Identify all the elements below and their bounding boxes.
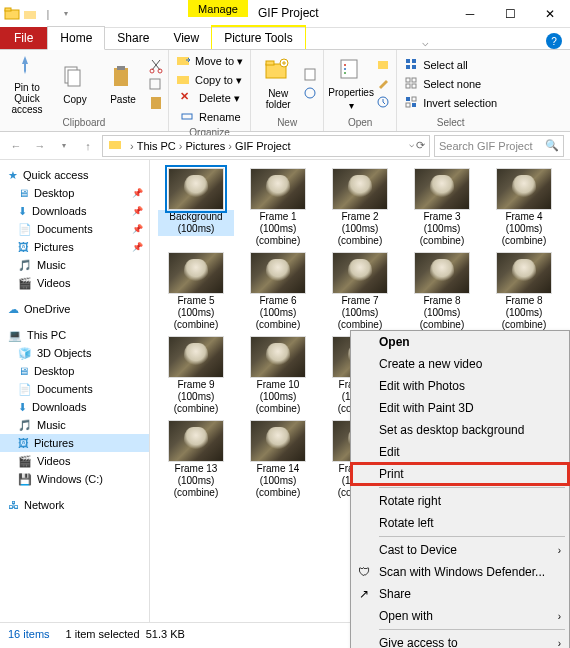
- help-icon[interactable]: ?: [546, 33, 562, 49]
- select-none-button[interactable]: Select none: [401, 75, 484, 93]
- pin-icon: 📌: [132, 242, 143, 252]
- nav-pictures[interactable]: 🖼Pictures📌: [0, 238, 149, 256]
- thumbnail-item[interactable]: Frame 10(100ms)(combine): [240, 336, 316, 416]
- cm-set-background[interactable]: Set as desktop background: [351, 419, 569, 441]
- nav-music[interactable]: 🎵Music: [0, 256, 149, 274]
- recent-dropdown[interactable]: ▾: [54, 136, 74, 156]
- refresh-icon[interactable]: ⟳: [416, 139, 425, 152]
- cm-give-access[interactable]: Give access to›: [351, 632, 569, 648]
- up-button[interactable]: ↑: [78, 136, 98, 156]
- breadcrumb-item[interactable]: Pictures: [185, 140, 225, 152]
- expand-ribbon-icon[interactable]: ⌵: [418, 36, 433, 49]
- moveto-button[interactable]: Move to ▾: [173, 52, 246, 70]
- nav-videos-pc[interactable]: 🎬Videos: [0, 452, 149, 470]
- minimize-button[interactable]: ─: [450, 0, 490, 28]
- copy-button[interactable]: Copy: [52, 53, 98, 115]
- copy-path-icon[interactable]: [148, 76, 164, 92]
- tab-share[interactable]: Share: [105, 27, 161, 49]
- cut-icon[interactable]: [148, 58, 164, 74]
- copyto-button[interactable]: Copy to ▾: [173, 71, 245, 89]
- history-icon[interactable]: [376, 95, 392, 111]
- nav-quick-access[interactable]: ★Quick access: [0, 166, 149, 184]
- new-item-icon[interactable]: [303, 67, 319, 83]
- invert-selection-button[interactable]: Invert selection: [401, 94, 500, 112]
- properties-icon: [337, 57, 365, 85]
- cm-rotate-left[interactable]: Rotate left: [351, 512, 569, 534]
- cm-open[interactable]: Open: [351, 331, 569, 353]
- nav-windowsc[interactable]: 💾Windows (C:): [0, 470, 149, 488]
- new-folder-button[interactable]: New folder: [255, 53, 301, 115]
- thumbnail-item[interactable]: Background(100ms): [158, 168, 234, 248]
- properties-button[interactable]: Properties ▾: [328, 53, 374, 115]
- cm-open-with[interactable]: Open with›: [351, 605, 569, 627]
- cm-edit-paint3d[interactable]: Edit with Paint 3D: [351, 397, 569, 419]
- cm-rotate-right[interactable]: Rotate right: [351, 490, 569, 512]
- cm-edit-photos[interactable]: Edit with Photos: [351, 375, 569, 397]
- maximize-button[interactable]: ☐: [490, 0, 530, 28]
- tab-picture-tools[interactable]: Picture Tools: [211, 25, 305, 49]
- breadcrumb-item[interactable]: GIF Project: [235, 140, 291, 152]
- nav-documents-pc[interactable]: 📄Documents: [0, 380, 149, 398]
- thumbnail-label: Frame 6(100ms)(combine): [240, 294, 316, 332]
- folder-small-icon[interactable]: [22, 6, 38, 22]
- thumbnail-item[interactable]: Frame 8 (100ms)(combine): [486, 252, 562, 332]
- easy-access-icon[interactable]: [303, 86, 319, 102]
- nav-desktop[interactable]: 🖥Desktop📌: [0, 184, 149, 202]
- nav-desktop-pc[interactable]: 🖥Desktop: [0, 362, 149, 380]
- select-all-button[interactable]: Select all: [401, 56, 471, 74]
- nav-onedrive[interactable]: ☁OneDrive: [0, 300, 149, 318]
- thumbnail-item[interactable]: Frame 3 (100ms)(combine): [404, 168, 480, 248]
- nav-music-pc[interactable]: 🎵Music: [0, 416, 149, 434]
- thumbnail-label: Frame 3 (100ms)(combine): [404, 210, 480, 248]
- back-button[interactable]: ←: [6, 136, 26, 156]
- ribbon-group-organize: Move to ▾ Copy to ▾ ✕Delete ▾ Rename Org…: [169, 50, 251, 131]
- thumbnail-item[interactable]: Frame 13(100ms)(combine): [158, 420, 234, 500]
- nav-downloads[interactable]: ⬇Downloads📌: [0, 202, 149, 220]
- breadcrumb[interactable]: › This PC › Pictures › GIF Project ⌵ ⟳: [102, 135, 430, 157]
- cloud-icon: ☁: [8, 303, 19, 316]
- cm-print[interactable]: Print: [351, 463, 569, 485]
- thumbnail-item[interactable]: Frame 2(100ms)(combine): [322, 168, 398, 248]
- tab-view[interactable]: View: [161, 27, 211, 49]
- nav-pictures-pc[interactable]: 🖼Pictures: [0, 434, 149, 452]
- search-input[interactable]: Search GIF Project 🔍: [434, 135, 564, 157]
- cm-edit[interactable]: Edit: [351, 441, 569, 463]
- cm-cast[interactable]: Cast to Device›: [351, 539, 569, 561]
- dropdown-icon[interactable]: ▾: [58, 6, 74, 22]
- quick-access-toolbar: | ▾: [0, 6, 74, 22]
- thumbnail-item[interactable]: Frame 4 (100ms)(combine): [486, 168, 562, 248]
- thumbnail-item[interactable]: Frame 7(100ms)(combine): [322, 252, 398, 332]
- tab-file[interactable]: File: [0, 27, 47, 49]
- thumbnail-label: Background(100ms): [158, 210, 234, 236]
- pin-quick-access-button[interactable]: Pin to Quick access: [4, 53, 50, 115]
- navigation-pane[interactable]: ★Quick access 🖥Desktop📌 ⬇Downloads📌 📄Doc…: [0, 160, 150, 622]
- cm-scan[interactable]: 🛡Scan with Windows Defender...: [351, 561, 569, 583]
- delete-button[interactable]: ✕Delete ▾: [177, 89, 246, 107]
- content-pane[interactable]: Background(100ms)Frame 1(100ms)(combine)…: [150, 160, 570, 622]
- open-icon[interactable]: [376, 57, 392, 73]
- forward-button[interactable]: →: [30, 136, 50, 156]
- pc-icon: 💻: [8, 329, 22, 342]
- thumbnail-item[interactable]: Frame 5(100ms)(combine): [158, 252, 234, 332]
- cm-create-video[interactable]: Create a new video: [351, 353, 569, 375]
- cm-share[interactable]: ↗Share: [351, 583, 569, 605]
- nav-documents[interactable]: 📄Documents📌: [0, 220, 149, 238]
- thumbnail-item[interactable]: Frame 8 (100ms)(combine): [404, 252, 480, 332]
- paste-button[interactable]: Paste: [100, 53, 146, 115]
- thumbnail-item[interactable]: Frame 14(100ms)(combine): [240, 420, 316, 500]
- nav-thispc[interactable]: 💻This PC: [0, 326, 149, 344]
- breadcrumb-item[interactable]: This PC: [137, 140, 176, 152]
- paste-shortcut-icon[interactable]: [148, 94, 164, 110]
- rename-button[interactable]: Rename: [177, 108, 246, 126]
- nav-videos[interactable]: 🎬Videos: [0, 274, 149, 292]
- edit-icon[interactable]: [376, 76, 392, 92]
- tab-home[interactable]: Home: [47, 26, 105, 50]
- nav-network[interactable]: 🖧Network: [0, 496, 149, 514]
- nav-3dobjects[interactable]: 🧊3D Objects: [0, 344, 149, 362]
- nav-downloads-pc[interactable]: ⬇Downloads: [0, 398, 149, 416]
- thumbnail-item[interactable]: Frame 9(100ms)(combine): [158, 336, 234, 416]
- close-button[interactable]: ✕: [530, 0, 570, 28]
- dropdown-icon[interactable]: ⌵: [409, 139, 414, 152]
- thumbnail-item[interactable]: Frame 6(100ms)(combine): [240, 252, 316, 332]
- thumbnail-item[interactable]: Frame 1(100ms)(combine): [240, 168, 316, 248]
